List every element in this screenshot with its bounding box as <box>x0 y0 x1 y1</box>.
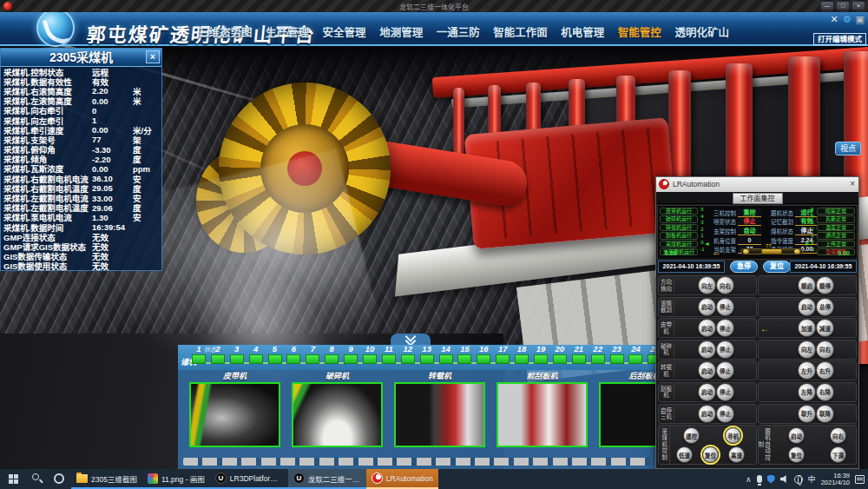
maximize-button[interactable]: □ <box>836 1 850 10</box>
stop-button[interactable]: 停止 <box>716 340 734 359</box>
open-edit-mode-button[interactable]: 打开编辑模式 <box>813 33 866 45</box>
microphone-icon[interactable] <box>757 475 762 483</box>
taskbar-clock[interactable]: 16:39 2021/4/10 <box>821 472 850 486</box>
nav-menu-item[interactable]: 三维态势图 <box>198 23 253 40</box>
start-button[interactable]: 启动 <box>698 319 716 337</box>
nav-menu-item[interactable]: 安全管理 <box>323 23 366 40</box>
control-button[interactable]: 加速 <box>798 319 816 337</box>
support-cell[interactable]: 20 <box>550 345 569 364</box>
gear-icon[interactable]: ⚙ <box>843 13 852 25</box>
position-slider-handle[interactable] <box>761 248 782 254</box>
taskbar-app-lrautomation[interactable]: LRAutomation <box>366 469 438 489</box>
stop-button[interactable]: 停止 <box>716 405 734 423</box>
start-button[interactable]: 启动 <box>698 405 716 423</box>
control-button[interactable]: 顺停 <box>816 276 834 294</box>
support-cell[interactable]: 24 <box>626 345 645 364</box>
support-cell[interactable]: 7 <box>303 345 322 364</box>
notification-icon[interactable] <box>855 475 865 484</box>
control-button[interactable]: 右降 <box>816 383 834 401</box>
camera-thumbnail[interactable] <box>189 382 280 447</box>
control-button[interactable]: 向左 <box>798 340 816 359</box>
control-button[interactable]: 总停 <box>816 298 834 316</box>
low-speed-button[interactable]: 低速 <box>676 446 693 463</box>
support-cell[interactable]: 13 <box>418 345 437 364</box>
control-button[interactable]: 联降 <box>816 405 834 423</box>
support-cell[interactable]: 17 <box>493 345 512 364</box>
status-lamp[interactable]: 通讯正常 <box>817 232 855 239</box>
reset-small-button[interactable]: 复位 <box>702 446 719 463</box>
control-button[interactable]: 顺启 <box>798 276 816 294</box>
support-cell[interactable]: 10 <box>360 345 379 364</box>
support-cell[interactable]: 12 <box>398 345 418 364</box>
nav-menu-item[interactable]: 一通三防 <box>437 23 480 40</box>
status-lamp[interactable]: 瓦斯正常 <box>817 215 855 222</box>
speaker-icon[interactable] <box>780 475 789 483</box>
control-button[interactable]: 启动 <box>798 298 816 316</box>
thumbnail-pager-strip[interactable] <box>183 458 650 466</box>
move-right-button[interactable]: 向右 <box>830 427 846 444</box>
remote-button[interactable]: 遥控 <box>683 427 700 444</box>
support-cell[interactable]: 2 <box>208 345 227 364</box>
close-button[interactable]: × <box>852 1 865 10</box>
high-speed-button[interactable]: 高速 <box>728 446 745 463</box>
support-cell[interactable]: 4 <box>247 345 266 364</box>
stop-button[interactable]: 停止 <box>716 319 734 337</box>
control-button[interactable]: 联升 <box>798 405 816 423</box>
reset-button[interactable]: 复位 <box>763 261 791 273</box>
status-lamp[interactable]: 喷雾正常 <box>817 208 855 215</box>
nav-menu-item[interactable]: 生产管理 <box>266 23 309 40</box>
seek-button[interactable]: 寻机 <box>725 427 741 444</box>
taskbar-app-platform-active[interactable]: U 龙软二三维一体化... <box>288 469 366 489</box>
cortana-button[interactable] <box>49 469 71 489</box>
status-lamp[interactable]: 刮板机运行 <box>660 232 698 239</box>
status-lamp[interactable]: 皮带机运行 <box>660 208 698 215</box>
camera-thumbnail[interactable] <box>292 382 383 447</box>
nav-menu-item[interactable]: 机电管理 <box>561 23 604 40</box>
start-button[interactable]: 启动 <box>698 361 716 380</box>
support-cell[interactable]: 5 <box>266 345 285 364</box>
support-cell[interactable]: 23 <box>608 345 627 364</box>
control-button[interactable]: 右升 <box>816 361 834 380</box>
estop-button[interactable]: 急停 <box>730 261 758 273</box>
nav-menu-item[interactable]: 地测管理 <box>379 23 423 40</box>
support-cell[interactable]: 8 <box>322 345 341 364</box>
viewpoint-tab[interactable]: 视点 <box>835 142 861 155</box>
support-cell[interactable]: 14 <box>437 345 456 364</box>
start-button[interactable]: 启动 <box>698 383 716 401</box>
taskbar-app-lr3dplatform[interactable]: U LR3DPlatform - U... <box>210 469 288 489</box>
support-cell[interactable]: 15 <box>455 345 474 364</box>
support-cell[interactable]: 19 <box>531 345 550 364</box>
start-button[interactable]: 向左 <box>698 276 716 294</box>
stop-button[interactable]: 向右 <box>716 276 734 294</box>
auto-start-button[interactable]: 启动 <box>788 427 805 444</box>
camera-thumbnail[interactable] <box>394 382 485 447</box>
lower-button[interactable]: 下调 <box>830 446 846 463</box>
support-cell[interactable]: 21 <box>569 345 589 364</box>
camera-thumbnail[interactable] <box>496 382 588 447</box>
support-cell[interactable]: 3 <box>227 345 247 364</box>
nav-menu-item[interactable]: 透明化矿山 <box>674 23 729 40</box>
tool-icon[interactable]: ✕ <box>831 13 838 25</box>
support-cell[interactable]: 18 <box>512 345 531 364</box>
network-icon[interactable] <box>794 475 803 484</box>
stop-button[interactable]: 停止 <box>716 383 734 401</box>
taskbar-app-screenshot-folder[interactable]: 2305三维截图 <box>71 469 142 489</box>
auto-reset-button[interactable]: 复位 <box>788 446 805 463</box>
control-button[interactable]: 左降 <box>798 383 816 401</box>
stop-button[interactable]: 停止 <box>716 298 734 316</box>
lr-close-icon[interactable]: × <box>850 179 855 188</box>
nav-menu-item[interactable]: 智能管控 <box>618 23 661 40</box>
tab-workface-control[interactable]: 工作面集控 <box>733 193 783 204</box>
start-button[interactable]: 启动 <box>698 340 716 359</box>
security-shield-icon[interactable] <box>767 475 775 484</box>
resize-icon[interactable]: ▣ <box>856 13 865 25</box>
start-button[interactable] <box>0 469 26 489</box>
control-button[interactable]: 向右 <box>816 340 834 359</box>
support-cell[interactable]: 9 <box>341 345 360 364</box>
status-lamp[interactable]: 转载机运行 <box>660 224 698 231</box>
support-cell[interactable]: 11 <box>379 345 398 364</box>
taskbar-app-paint[interactable]: 11.png - 画图 <box>142 469 210 489</box>
status-lamp[interactable]: 温度正常 <box>817 224 855 231</box>
control-button[interactable]: 左升 <box>798 361 816 380</box>
nav-menu-item[interactable]: 智能工作面 <box>493 23 548 40</box>
